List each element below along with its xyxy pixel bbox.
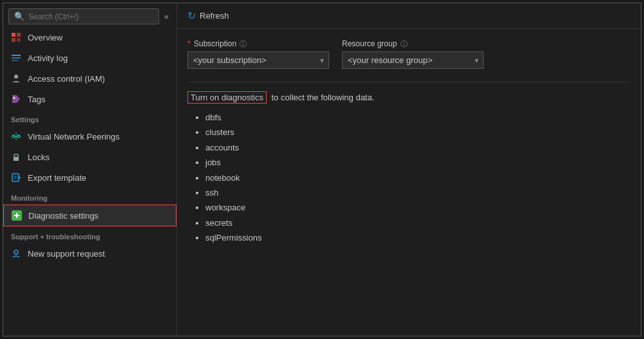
svg-rect-1 <box>17 33 21 37</box>
sidebar-item-overview[interactable]: Overview <box>3 27 176 48</box>
toolbar: ↻ Refresh <box>177 3 641 29</box>
svg-rect-14 <box>14 157 19 161</box>
svg-rect-15 <box>12 174 19 181</box>
access-control-icon <box>11 73 21 84</box>
diagnostics-data-list: dbfs clusters accounts jobs notebook ssh… <box>187 110 630 246</box>
sidebar: 🔍 « Overview <box>3 3 177 336</box>
required-star: * <box>187 39 191 48</box>
refresh-button[interactable]: ↻ Refresh <box>187 10 229 22</box>
svg-point-9 <box>12 135 15 138</box>
resource-group-info-icon[interactable]: ⓘ <box>401 40 408 48</box>
list-item: jobs <box>205 155 630 170</box>
refresh-label: Refresh <box>200 11 229 21</box>
tags-icon <box>11 94 21 104</box>
divider <box>187 82 630 82</box>
svg-rect-6 <box>12 60 18 61</box>
search-icon: 🔍 <box>14 12 24 21</box>
diagnostics-text: Turn on diagnostics to collect the follo… <box>187 93 630 102</box>
filters-row: * Subscription ⓘ <your subscription> Res… <box>187 39 630 69</box>
list-item: clusters <box>205 125 630 140</box>
sidebar-item-label: Activity log <box>28 53 68 63</box>
list-item: sqlPermissions <box>205 230 630 245</box>
list-item: dbfs <box>205 110 630 125</box>
main-content: ↻ Refresh * Subscription ⓘ <your subscri… <box>177 3 641 336</box>
svg-point-10 <box>17 135 20 138</box>
activity-log-icon <box>11 53 21 63</box>
sidebar-item-new-support-request[interactable]: New support request <box>3 243 176 264</box>
support-section-label: Support + troubleshooting <box>3 226 176 243</box>
diagnostics-section: Turn on diagnostics to collect the follo… <box>187 93 630 246</box>
refresh-icon: ↻ <box>187 10 196 22</box>
sidebar-item-diagnostic-settings[interactable]: Diagnostic settings <box>3 205 176 226</box>
list-item: accounts <box>205 140 630 155</box>
sidebar-item-locks[interactable]: Locks <box>3 147 176 167</box>
subscription-select-wrapper: <your subscription> <box>187 51 329 69</box>
sidebar-item-vnet-peerings[interactable]: Virtual Network Peerings <box>3 126 176 147</box>
collapse-icon[interactable]: « <box>162 12 171 21</box>
sidebar-item-label: Tags <box>28 95 45 104</box>
resource-group-select-wrapper: <your resource group> <box>342 51 484 69</box>
diagnostic-icon <box>12 210 22 221</box>
list-item: workspace <box>205 200 630 215</box>
sidebar-item-export-template[interactable]: Export template <box>3 167 176 188</box>
lock-icon <box>11 152 21 162</box>
sidebar-item-access-control[interactable]: Access control (IAM) <box>3 68 176 89</box>
resource-group-label: Resource group ⓘ <box>342 39 484 49</box>
support-icon <box>11 248 21 259</box>
resource-group-select[interactable]: <your resource group> <box>342 51 484 69</box>
svg-rect-4 <box>12 55 21 56</box>
list-item: secrets <box>205 215 630 230</box>
list-item: notebook <box>205 170 630 185</box>
svg-point-8 <box>14 97 15 99</box>
turn-on-diagnostics-link[interactable]: Turn on diagnostics <box>187 91 267 104</box>
svg-point-7 <box>14 75 18 78</box>
settings-section-label: Settings <box>3 109 176 126</box>
sidebar-item-label: Overview <box>28 33 62 42</box>
sidebar-item-label: Locks <box>28 152 50 162</box>
resource-group-filter: Resource group ⓘ <your resource group> <box>342 39 484 69</box>
sidebar-item-label: New support request <box>28 249 105 259</box>
search-input[interactable] <box>28 12 153 21</box>
monitoring-section-label: Monitoring <box>3 188 176 205</box>
list-item: ssh <box>205 185 630 200</box>
subscription-label: * Subscription ⓘ <box>187 39 329 49</box>
svg-rect-5 <box>12 57 21 59</box>
subscription-filter: * Subscription ⓘ <your subscription> <box>187 39 329 69</box>
sidebar-item-activity-log[interactable]: Activity log <box>3 48 176 68</box>
sidebar-item-label: Virtual Network Peerings <box>28 132 120 142</box>
sidebar-item-label: Export template <box>28 173 86 183</box>
sidebar-item-label: Access control (IAM) <box>28 74 105 84</box>
vnet-icon <box>11 131 21 142</box>
subscription-info-icon[interactable]: ⓘ <box>240 40 247 48</box>
export-icon <box>11 172 21 183</box>
svg-point-21 <box>14 250 18 254</box>
overview-icon <box>11 32 21 42</box>
svg-rect-2 <box>12 38 15 42</box>
svg-rect-3 <box>17 38 21 42</box>
sidebar-item-tags[interactable]: Tags <box>3 89 176 109</box>
subscription-select[interactable]: <your subscription> <box>187 51 329 69</box>
svg-rect-0 <box>12 33 15 37</box>
sidebar-item-label: Diagnostic settings <box>28 211 99 221</box>
content-area: * Subscription ⓘ <your subscription> Res… <box>177 29 641 336</box>
